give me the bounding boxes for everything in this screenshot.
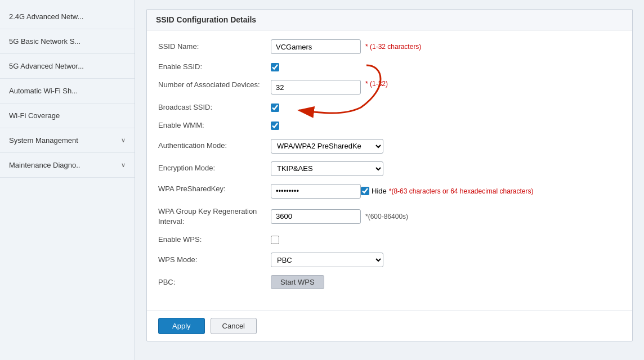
sidebar-item-5g-basic[interactable]: 5G Basic Network S... — [0, 29, 135, 54]
wpa-group-label: WPA Group Key Regeneration Interval: — [158, 206, 271, 227]
hide-checkbox-row: Hide — [361, 187, 387, 195]
sidebar-item-maintenance[interactable]: Maintenance Diagno.. ∨ — [0, 153, 135, 178]
enable-ssid-checkbox[interactable] — [271, 63, 279, 71]
wpa-key-label: WPA PreSharedKey: — [158, 184, 271, 194]
wpa-group-input[interactable] — [271, 209, 361, 224]
chevron-down-icon: ∨ — [121, 161, 126, 169]
enc-mode-row: Encryption Mode: TKIP&AES TKIP AES — [158, 161, 621, 176]
pbc-label: PBC: — [158, 277, 271, 287]
num-associated-row: Number of Associated Devices: * (1-32) — [158, 80, 621, 94]
enable-wmm-label: Enable WMM: — [158, 120, 271, 130]
broadcast-ssid-label: Broadcast SSID: — [158, 102, 271, 112]
sidebar-item-wifi-coverage[interactable]: Wi-Fi Coverage — [0, 104, 135, 128]
sidebar-item-label: 5G Basic Network S... — [9, 37, 80, 46]
num-associated-input[interactable] — [271, 80, 361, 94]
broadcast-ssid-checkbox[interactable] — [271, 104, 279, 112]
wps-mode-label: WPS Mode: — [158, 255, 271, 265]
main-content: SSID Configuration Details SSID Name: * … — [135, 0, 644, 360]
num-associated-label: Number of Associated Devices: — [158, 80, 271, 90]
start-wps-button[interactable]: Start WPS — [271, 275, 324, 289]
enc-mode-select[interactable]: TKIP&AES TKIP AES — [271, 161, 383, 176]
wpa-hide-checkbox[interactable] — [361, 187, 369, 195]
apply-button[interactable]: Apply — [158, 318, 205, 334]
sidebar-item-system-mgmt[interactable]: System Management ∨ — [0, 128, 135, 153]
enable-ssid-row: Enable SSID: — [158, 62, 621, 72]
wps-mode-select[interactable]: PBC PIN — [271, 253, 383, 267]
wpa-key-row: WPA PreSharedKey: Hide *(8-63 characters… — [158, 184, 621, 199]
auth-mode-label: Authentication Mode: — [158, 141, 271, 151]
wpa-key-input[interactable] — [271, 184, 361, 199]
wpa-group-row: WPA Group Key Regeneration Interval: *(6… — [158, 206, 621, 227]
button-row: Apply Cancel — [147, 310, 632, 341]
ssid-name-row: SSID Name: * (1-32 characters) — [158, 39, 621, 54]
num-associated-hint: * (1-32) — [365, 80, 388, 88]
enable-wps-checkbox[interactable] — [271, 236, 279, 244]
enable-wmm-row: Enable WMM: — [158, 120, 621, 130]
ssid-name-label: SSID Name: — [158, 42, 271, 52]
auth-mode-row: Authentication Mode: WPA/WPA2 PreSharedK… — [158, 139, 621, 154]
auth-mode-select[interactable]: WPA/WPA2 PreSharedKe Open WPA WPA2 WPA3 — [271, 139, 383, 154]
sidebar-item-label: 5G Advanced Networ... — [9, 62, 84, 70]
wps-mode-row: WPS Mode: PBC PIN — [158, 253, 621, 267]
wpa-hint: *(8-63 characters or 64 hexadecimal char… — [389, 187, 534, 195]
enable-wps-label: Enable WPS: — [158, 235, 271, 245]
enable-ssid-label: Enable SSID: — [158, 62, 271, 72]
sidebar-item-auto-wifi[interactable]: Automatic Wi-Fi Sh... — [0, 79, 135, 104]
broadcast-ssid-row: Broadcast SSID: — [158, 102, 621, 112]
chevron-down-icon: ∨ — [121, 137, 126, 144]
sidebar: 2.4G Advanced Netw... 5G Basic Network S… — [0, 0, 135, 360]
sidebar-item-label: Wi-Fi Coverage — [9, 111, 60, 120]
cancel-button[interactable]: Cancel — [211, 318, 257, 334]
sidebar-item-2g-advanced[interactable]: 2.4G Advanced Netw... — [0, 4, 135, 29]
sidebar-item-label: Automatic Wi-Fi Sh... — [9, 87, 78, 95]
wpa-key-wrapper: Hide *(8-63 characters or 64 hexadecimal… — [271, 184, 534, 199]
wpa-hide-label: Hide — [372, 187, 387, 195]
enc-mode-label: Encryption Mode: — [158, 163, 271, 173]
panel-body: SSID Name: * (1-32 characters) Enable SS… — [147, 30, 632, 306]
enable-wps-row: Enable WPS: — [158, 235, 621, 245]
sidebar-item-label: Maintenance Diagno.. — [9, 161, 80, 169]
enable-wmm-checkbox[interactable] — [271, 122, 279, 130]
sidebar-item-5g-advanced[interactable]: 5G Advanced Networ... — [0, 54, 135, 79]
ssid-name-hint: * (1-32 characters) — [365, 43, 421, 51]
wpa-group-hint: *(600-86400s) — [365, 213, 408, 220]
ssid-name-input[interactable] — [271, 39, 361, 54]
panel-title: SSID Configuration Details — [147, 10, 632, 30]
sidebar-item-label: 2.4G Advanced Netw... — [9, 12, 83, 21]
ssid-config-panel: SSID Configuration Details SSID Name: * … — [146, 9, 633, 341]
pbc-row: PBC: Start WPS — [158, 275, 621, 289]
sidebar-item-label: System Management — [9, 136, 78, 145]
